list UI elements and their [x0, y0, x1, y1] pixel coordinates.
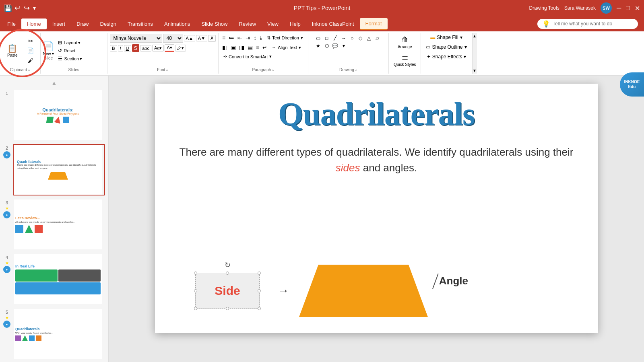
trapezoid-shape[interactable]: [299, 265, 428, 317]
increase-font-btn[interactable]: A▲: [184, 35, 195, 41]
reset-btn[interactable]: ↺ Reset: [56, 47, 105, 54]
menu-review[interactable]: Review: [233, 19, 262, 29]
justify-btn[interactable]: ▤: [246, 43, 254, 51]
menu-home[interactable]: Home: [21, 19, 47, 29]
decrease-font-btn[interactable]: A▼: [196, 35, 207, 41]
shape-triangle[interactable]: △: [365, 35, 373, 42]
line-spacing-btn[interactable]: ↕: [252, 34, 258, 42]
shape-fill-dropdown[interactable]: ▾: [460, 35, 462, 40]
convert-smartart-btn[interactable]: ⊹ Convert to SmartArt ▾: [221, 53, 274, 60]
menu-insert[interactable]: Insert: [47, 19, 71, 29]
shape-hexagon[interactable]: ⬡: [323, 42, 330, 49]
handle-mr[interactable]: [258, 289, 261, 292]
bullets-btn[interactable]: ≡: [221, 34, 227, 42]
decrease-indent-btn[interactable]: ⇤: [236, 34, 244, 42]
clear-format-btn[interactable]: ✗: [208, 35, 216, 42]
slide-img-3[interactable]: Let's Review... All polygons are made up…: [13, 199, 105, 250]
align-text-btn[interactable]: ↔ Align Text ▾: [269, 44, 303, 51]
slide-thumb-3[interactable]: 3 ★ ● Let's Review... All polygons are m…: [3, 199, 105, 250]
shape-callout[interactable]: 💬: [332, 42, 339, 49]
font-family-select[interactable]: Minya Nouvelle: [110, 34, 162, 43]
shape-effects-dropdown[interactable]: ▾: [464, 54, 466, 60]
minimize-btn[interactable]: ─: [617, 4, 621, 12]
font-expand-icon[interactable]: ⬦: [166, 68, 168, 72]
font-size-select[interactable]: 40: [163, 34, 183, 43]
italic-btn[interactable]: I: [118, 45, 123, 51]
align-right-btn[interactable]: ◨: [238, 43, 246, 51]
copy-btn[interactable]: 📄: [23, 46, 38, 55]
underline-btn[interactable]: U: [124, 45, 131, 51]
menu-design[interactable]: Design: [95, 19, 122, 29]
handle-bl[interactable]: [194, 307, 197, 310]
redo-btn[interactable]: ↪: [24, 4, 30, 12]
align-center-btn[interactable]: ▣: [229, 43, 237, 51]
quick-styles-btn[interactable]: ⚌ Quick Styles: [391, 51, 419, 68]
menu-view[interactable]: View: [262, 19, 284, 29]
highlight-btn[interactable]: 🖊▾: [175, 45, 186, 51]
shape-outline-btn[interactable]: ▭ Shape Outline ▾: [423, 43, 469, 51]
inknoe-badge[interactable]: INKNOEEdu: [620, 72, 644, 97]
new-slide-dropdown[interactable]: ▾: [52, 51, 54, 56]
menu-inknoe[interactable]: Inknoe ClassPoint: [306, 19, 360, 29]
undo-btn[interactable]: ↩: [14, 4, 21, 12]
menu-animations[interactable]: Animations: [159, 19, 196, 29]
smartart-dropdown[interactable]: ▾: [269, 54, 272, 59]
slide-thumb-5[interactable]: 5 ★ ● Quadrilaterals With your newly fou…: [3, 308, 105, 360]
slide-thumb-4[interactable]: 4 ★ ● In Real Life: [3, 253, 105, 305]
menu-transitions[interactable]: Transitions: [122, 19, 159, 29]
columns-btn[interactable]: ⫰: [258, 34, 264, 42]
handle-tl[interactable]: [194, 272, 197, 275]
align-text-dropdown[interactable]: ▾: [299, 45, 301, 50]
char-spacing-btn[interactable]: abc: [140, 45, 151, 51]
shape-fill-btn[interactable]: ▬ Shape Fill ▾: [428, 34, 464, 41]
rtl-btn[interactable]: ↵: [261, 43, 268, 51]
format-painter-btn[interactable]: 🖌: [23, 56, 38, 65]
slide-img-4[interactable]: In Real Life: [13, 253, 105, 305]
shape-line[interactable]: ╱: [332, 35, 339, 42]
maximize-btn[interactable]: □: [626, 4, 630, 12]
slide-img-5[interactable]: Quadrilaterals With your newly found kno…: [13, 308, 105, 360]
handle-tr[interactable]: [258, 272, 261, 275]
paste-btn[interactable]: 📋 Paste: [2, 41, 23, 61]
shape-rect[interactable]: ▭: [315, 35, 322, 42]
shape-arrow[interactable]: →: [340, 35, 347, 42]
shape-rect2[interactable]: □: [323, 35, 330, 42]
text-shadow-btn[interactable]: ≡: [255, 43, 260, 51]
handle-bc[interactable]: [226, 307, 229, 310]
slide-img-1[interactable]: Quadrilaterals: A Parade of Four-Sided P…: [13, 89, 105, 141]
new-slide-btn[interactable]: 📄 New ▾ Slide: [43, 41, 54, 60]
slide-thumb-2[interactable]: 2 ● Quadrilaterals There are many differ…: [3, 144, 105, 195]
shape-effects-btn[interactable]: ✦ Shape Effects ▾: [424, 53, 469, 60]
handle-br[interactable]: [258, 307, 261, 310]
bold-btn[interactable]: B: [110, 45, 117, 51]
menu-draw[interactable]: Draw: [71, 19, 94, 29]
handle-tc[interactable]: [226, 272, 229, 275]
more-btn[interactable]: ▾: [33, 5, 36, 11]
strikethrough-btn[interactable]: S: [132, 44, 140, 52]
close-btn[interactable]: ✕: [635, 4, 640, 12]
search-input[interactable]: [553, 21, 633, 27]
ribbon-scroll-down[interactable]: ▼: [473, 68, 477, 73]
drawing-expand-icon[interactable]: ⬦: [355, 68, 357, 72]
section-btn[interactable]: ☰ Section ▾: [56, 55, 105, 62]
shape-outline-dropdown[interactable]: ▾: [464, 44, 467, 50]
shape-circle[interactable]: ○: [349, 35, 356, 42]
shape-star[interactable]: ★: [315, 42, 322, 49]
menu-slideshow[interactable]: Slide Show: [196, 19, 233, 29]
cut-btn[interactable]: ✂: [23, 37, 38, 45]
font-color-btn[interactable]: A▾: [165, 44, 174, 52]
menu-format[interactable]: Format: [360, 18, 388, 30]
side-selection-container[interactable]: ↻ Side: [195, 273, 260, 309]
shape-parallelogram[interactable]: ▱: [374, 35, 381, 42]
search-bar[interactable]: 💡: [537, 19, 638, 29]
numbering-btn[interactable]: ≔: [227, 34, 235, 42]
shape-diamond[interactable]: ◇: [357, 35, 364, 42]
change-case-btn[interactable]: Aa▾: [152, 45, 164, 51]
para-expand-icon[interactable]: ⬦: [272, 68, 274, 72]
ribbon-scroll[interactable]: ▲ ▼: [472, 33, 477, 74]
ribbon-scroll-up[interactable]: ▲: [473, 34, 477, 38]
layout-btn[interactable]: ⊞ Layout ▾: [56, 39, 105, 46]
menu-file[interactable]: File: [2, 19, 21, 29]
text-direction-btn[interactable]: ⇅ Text Direction ▾: [264, 35, 305, 41]
shape-more[interactable]: ▾: [340, 42, 347, 49]
